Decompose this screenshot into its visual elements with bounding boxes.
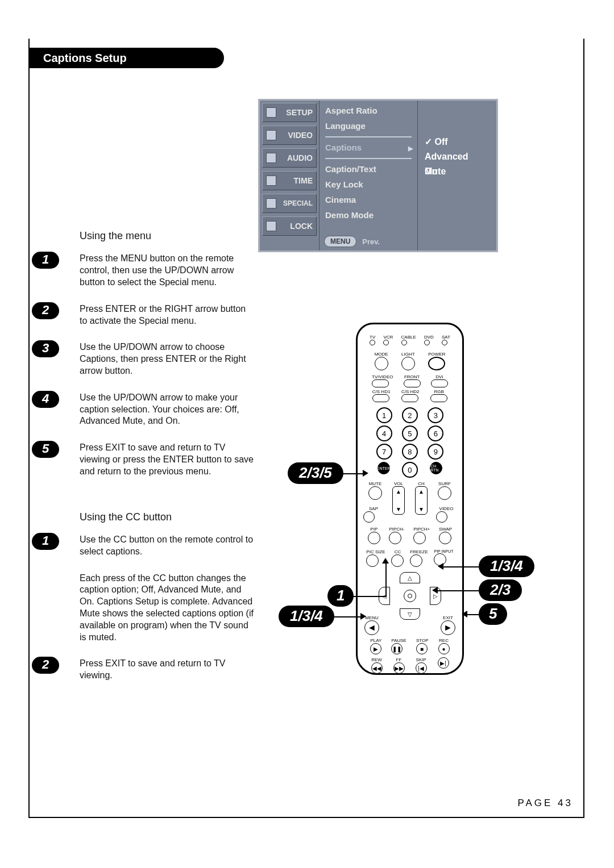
circle-button-icon [410,554,422,567]
led-tv: TV [370,335,375,345]
circle-button-icon [375,357,388,370]
step2-2: 2 Press EXIT to save and return to TV vi… [80,658,254,682]
circle-button-icon [439,532,451,544]
step-badge: 3 [32,340,59,357]
dvi-button[interactable]: DVI [431,374,448,387]
step-text: Press EXIT to save and return to TV view… [80,658,254,682]
btn-label: POWER [428,352,445,357]
numpad-row: 4 5 6 [358,425,462,441]
enter-button[interactable]: ENTER [377,462,390,474]
rgb-button[interactable]: RGB [430,389,447,402]
num-0[interactable]: 0 [402,462,418,478]
num-3[interactable]: 3 [428,407,443,423]
num-2[interactable]: 2 [402,407,418,423]
setup-icon [266,107,276,118]
btn-label: TV/VIDEO [372,374,393,379]
pipchm-button[interactable]: PIPCH- [389,527,404,544]
play-button[interactable]: PLAY▶ [370,638,381,654]
dpad-center[interactable] [404,590,416,602]
callout-134-right: 1/3/4 [479,556,534,577]
num-5[interactable]: 5 [402,425,418,441]
callout-line [334,616,362,617]
audio-icon [266,153,276,163]
led-cable: CABLE [401,335,416,345]
mode-button[interactable]: MODE [375,352,388,370]
num-8[interactable]: 8 [402,444,418,460]
osd-footer: MENU Prev. [324,236,380,247]
osd-tab-lock: LOCK [262,216,317,236]
remote-row-input2: C/S HD1 C/S HD2 RGB [358,389,462,402]
btn-label: CH [415,481,428,486]
callout-line [437,590,479,591]
btn-label: C/S HD1 [372,389,391,394]
callout-line [342,473,364,474]
num-9[interactable]: 9 [428,444,443,460]
osd-item: Language [325,120,412,132]
circle-button-icon [401,357,415,370]
exit-button[interactable]: EXIT ► [441,615,455,635]
led-label: DVD [424,335,434,340]
cshd1-button[interactable]: C/S HD1 [372,389,391,402]
step-4: 4 Use the UP/DOWN arrow to make your cap… [80,392,254,427]
pipinput-button[interactable]: PIP INPUT [434,549,453,567]
arrow-icon [363,470,368,477]
arrow-icon [360,613,366,620]
osd-divider [325,158,412,159]
front-button[interactable]: FRONT [404,374,421,387]
step-text: Use the UP/DOWN arrow to choose Captions… [80,341,254,377]
tvvideo-button[interactable]: TV/VIDEO [372,374,393,387]
btn-label: MUTE [368,481,382,486]
circle-button-icon [413,532,426,544]
ff-button[interactable]: FF▶▶ [393,657,405,674]
pipchp-button[interactable]: PIPCH+ [413,527,430,544]
sap-button[interactable]: SAP [363,506,384,523]
menu-button[interactable]: MENU ◄ [364,615,379,635]
step-badge: 5 [32,441,59,458]
btn-label: VIDEO [436,506,457,511]
btn-label: PIP INPUT [434,549,453,553]
skipb-icon: |◀ [416,662,427,674]
power-button[interactable]: POWER [428,352,445,370]
osd-tab-audio: AUDIO [262,148,317,168]
cshd2-button[interactable]: C/S HD2 [401,389,420,402]
rew-button[interactable]: REW◀◀ [371,657,383,674]
btn-label: EXIT [441,615,455,620]
skipb-button[interactable]: SKIP|◀ [416,657,427,674]
cc-button[interactable]: CC [391,549,404,567]
btn-label: CC [391,549,404,554]
light-button[interactable]: LIGHT [401,352,415,370]
num-6[interactable]: 6 [428,425,443,441]
osd-tabs: SETUP VIDEO AUDIO TIME SPECIAL LOCK [260,101,319,251]
led-label: CABLE [401,335,416,340]
stop-button[interactable]: STOP■ [416,638,429,654]
dpad-up[interactable]: △ [400,572,420,583]
led-dvd: DVD [424,335,434,345]
step-text: Press the MENU button on the remote cont… [80,253,254,288]
page-title: Captions Setup [28,48,224,68]
transport-row2: REW◀◀ FF▶▶ SKIP|◀ ▶| [358,657,462,674]
dpad-down[interactable]: ▽ [400,608,420,620]
num-4[interactable]: 4 [376,425,392,441]
remote-row-sap: SAP VIDEO [358,506,462,523]
num-1[interactable]: 1 [376,407,392,423]
btn-label: LIGHT [401,352,415,357]
callout-235: 2/3/5 [288,462,343,484]
arrow-icon [462,611,467,617]
section2: Using the CC button 1 Use the CC button … [80,511,254,682]
circle-button-icon [436,511,447,523]
rec-button[interactable]: REC● [438,638,450,654]
osd-options: Off Advanced Mute On [418,101,496,251]
pip-button[interactable]: PIP [368,527,380,544]
osd-option-off: Off [425,135,489,149]
pill-icon [404,379,421,387]
skipf-button[interactable]: ▶| [438,657,449,674]
pause-button[interactable]: PAUSE❚❚ [391,638,406,654]
ff-icon: ▶▶ [393,662,405,674]
chrtn-button[interactable]: CH RTN [430,462,442,474]
osd-tab-video: VIDEO [262,126,317,145]
swap-button[interactable]: SWAP [439,527,452,544]
video-button[interactable]: VIDEO [436,506,457,523]
num-7[interactable]: 7 [376,444,392,460]
freeze-button[interactable]: FREEZE [410,549,428,567]
btn-label: C/S HD2 [401,389,420,394]
